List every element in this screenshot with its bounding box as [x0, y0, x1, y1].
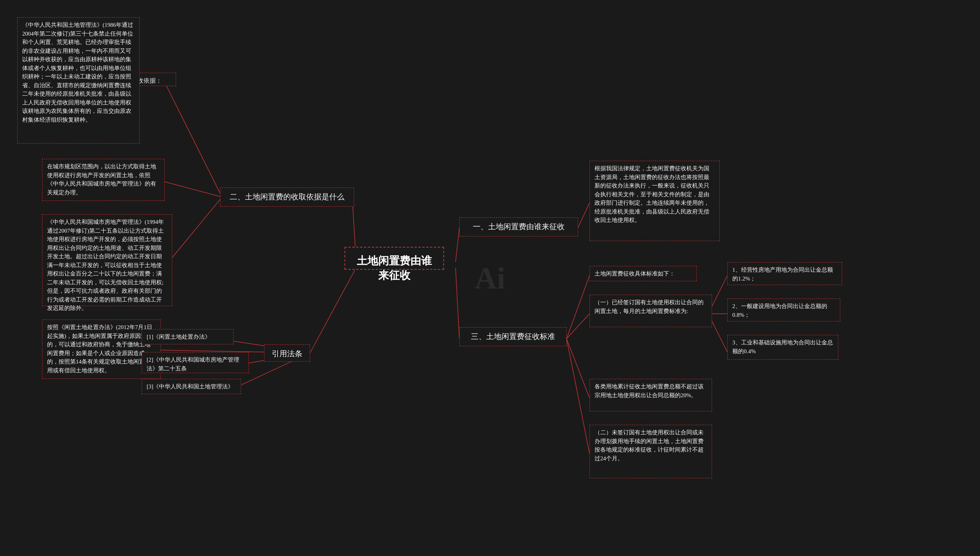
detail-rate-1: 1、经营性房地产用地为合同出让金总额的1.2%；	[727, 262, 842, 285]
center-node: 土地闲置费由谁来征收	[345, 247, 444, 270]
detail-realty-law: 《中华人民共和国城市房地产管理法》(1994年通过2007年修订)第二十五条以出…	[42, 214, 172, 306]
branch-node-3: 三、土地闲置费征收标准	[459, 327, 567, 346]
detail-land-mgmt-law: 《中华人民共和国土地管理法》(1986年通过2004年第二次修订)第三十七条禁止…	[17, 17, 140, 143]
detail-levy-authority: 根据我国法律规定，土地闲置费征收机关为国土资源局，土地闲置费的征收办法也将按照最…	[590, 161, 720, 241]
ref-1: [1]《闲置土地处置办法》	[142, 329, 234, 344]
detail-rate-3: 3、工业和基础设施用地为合同出让金总额的0.4%	[727, 335, 838, 360]
branch-node-1: 一、土地闲置费由谁来征收	[459, 217, 578, 236]
detail-levy-contract: （一）已经签订国有土地使用权出让合同的闲置土地，每月的土地闲置费标准为:	[590, 295, 712, 327]
detail-levy-no-contract: （二）未签订国有土地使用权出让合同或未办理划拨用地手续的闲置土地，土地闲置费按各…	[590, 425, 712, 478]
detail-urban-plan: 在城市规划区范围内，以出让方式取得土地使用权进行房地产开发的闲置土地，依照《中华…	[42, 159, 165, 201]
branch-node-2: 二、土地闲置费的收取依据是什么	[220, 188, 354, 207]
detail-levy-cap: 各类用地累计征收土地闲置费总额不超过该宗用地土地使用权出让合同总额的20%。	[590, 379, 712, 411]
mind-map-canvas: Ai 土地闲置费由谁来征收 一、土地闲置费由谁来征收	[0, 0, 980, 556]
watermark: Ai	[475, 261, 505, 295]
ref-2: [2]《中华人民共和国城市房地产管理法》第二十五条	[142, 352, 249, 373]
detail-levy-standards-title: 土地闲置费征收具体标准如下：	[590, 266, 697, 281]
ref-3: [3]《中华人民共和国土地管理法》	[142, 379, 241, 394]
branch-node-4: 引用法条	[264, 344, 310, 362]
detail-rate-2: 2、一般建设用地为合同出让金总额的0.8%；	[727, 298, 840, 321]
